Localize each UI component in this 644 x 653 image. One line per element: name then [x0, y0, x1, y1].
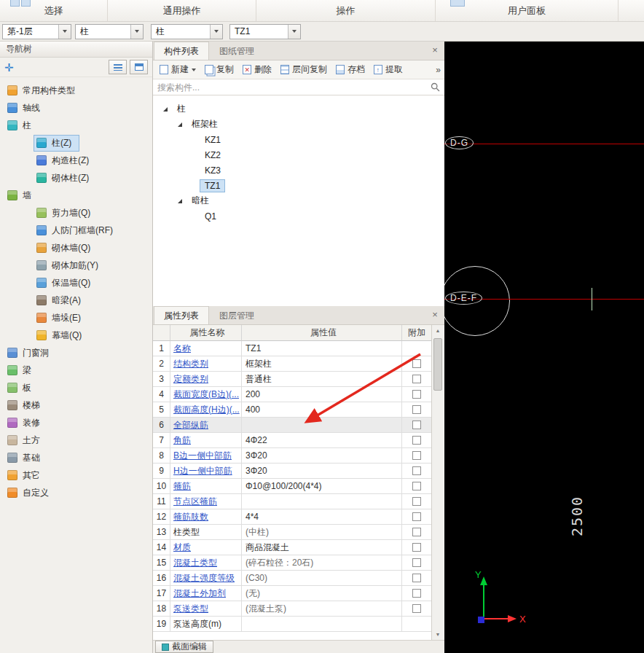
close-icon[interactable]: ×: [430, 310, 440, 320]
tree-node-kz1[interactable]: KZ1: [153, 132, 444, 147]
property-row[interactable]: 19泵送高度(m): [153, 617, 431, 632]
ribbon-group-ops[interactable]: 操作: [256, 0, 435, 21]
extra-checkbox[interactable]: [412, 512, 421, 521]
extra-checkbox[interactable]: [412, 558, 421, 567]
extra-checkbox[interactable]: [412, 405, 421, 414]
property-name[interactable]: 混凝土类型: [173, 557, 217, 569]
sidebar-item-curtain-wall[interactable]: 幕墙(Q): [0, 326, 152, 344]
tree-node-hidden-column[interactable]: 暗柱: [153, 193, 444, 208]
ribbon-icon-stub[interactable]: [450, 0, 465, 7]
property-name[interactable]: H边一侧中部筋: [173, 465, 232, 477]
section-edit-button[interactable]: 截面编辑: [155, 641, 213, 653]
chevron-down-icon[interactable]: [288, 25, 300, 39]
property-value[interactable]: [242, 617, 402, 632]
extra-checkbox[interactable]: [412, 375, 421, 383]
extra-checkbox[interactable]: [412, 589, 421, 598]
tab-component-list[interactable]: 构件列表: [154, 42, 209, 60]
property-row[interactable]: 10箍筋Φ10@100/200(4*4): [153, 479, 431, 494]
tree-node-frame-column[interactable]: 框架柱: [153, 117, 444, 132]
property-row[interactable]: 8B边一侧中部筋3Φ20: [153, 448, 431, 464]
property-name[interactable]: 角筋: [173, 434, 191, 447]
scroll-up-icon[interactable]: ▲: [432, 325, 444, 336]
component-select[interactable]: TZ1: [229, 24, 301, 39]
property-name[interactable]: 混凝土强度等级: [173, 572, 235, 584]
property-value[interactable]: 商品混凝土: [242, 540, 402, 555]
sidebar-item-decoration[interactable]: 装修: [0, 414, 152, 431]
property-value[interactable]: 普通柱: [242, 372, 402, 387]
extra-checkbox[interactable]: [412, 497, 421, 506]
property-name[interactable]: 截面宽度(B边)(...: [173, 388, 239, 401]
property-name[interactable]: 定额类别: [173, 373, 208, 386]
sidebar-item-masonry-column[interactable]: 砌体柱(Z): [0, 169, 152, 187]
tree-node-tz1[interactable]: TZ1: [153, 178, 444, 193]
panel-view-button[interactable]: [130, 60, 148, 74]
property-value[interactable]: 200: [242, 387, 402, 402]
property-name[interactable]: 结构类别: [173, 358, 208, 370]
property-row[interactable]: 14材质商品混凝土: [153, 540, 431, 555]
sidebar-item-masonry-reinforcement[interactable]: 砌体加筋(Y): [0, 257, 152, 274]
sidebar-item-masonry-wall[interactable]: 砌体墙(Q): [0, 239, 152, 257]
sidebar-item-shear-wall[interactable]: 剪力墙(Q): [0, 204, 152, 222]
extra-checkbox[interactable]: [412, 482, 421, 490]
new-button[interactable]: 新建: [156, 61, 200, 78]
property-name[interactable]: 全部纵筋: [173, 419, 208, 431]
property-value[interactable]: [242, 418, 402, 433]
sidebar-item-stairs[interactable]: 楼梯: [0, 396, 152, 414]
property-value[interactable]: (C30): [242, 571, 402, 586]
floor-select[interactable]: 第-1层: [2, 24, 71, 39]
tab-drawing-management[interactable]: 图纸管理: [209, 42, 264, 60]
property-row[interactable]: 7角筋4Φ22: [153, 433, 431, 448]
property-value[interactable]: Φ10@100/200(4*4): [242, 479, 402, 494]
tree-node-kz3[interactable]: KZ3: [153, 163, 444, 178]
property-name[interactable]: 柱类型: [173, 526, 200, 539]
archive-button[interactable]: 存档: [332, 61, 369, 78]
property-name[interactable]: 混凝土外加剂: [173, 587, 226, 600]
property-row[interactable]: 1名称TZ1: [153, 341, 431, 356]
sidebar-item-others[interactable]: 其它: [0, 466, 152, 484]
move-cross-icon[interactable]: ✛: [4, 62, 14, 73]
sidebar-item-axis[interactable]: 轴线: [0, 99, 152, 117]
property-row[interactable]: 3定额类别普通柱: [153, 372, 431, 387]
property-name[interactable]: 泵送高度(m): [173, 618, 221, 630]
property-row[interactable]: 11节点区箍筋: [153, 494, 431, 509]
extract-button[interactable]: 提取: [370, 61, 407, 78]
extra-checkbox[interactable]: [412, 421, 421, 429]
extra-checkbox[interactable]: [412, 574, 421, 582]
copy-between-floors-button[interactable]: 层间复制: [277, 61, 331, 78]
extra-checkbox[interactable]: [412, 390, 421, 399]
property-value[interactable]: 4*4: [242, 509, 402, 525]
expand-icon[interactable]: [178, 199, 182, 203]
extra-checkbox[interactable]: [412, 436, 421, 445]
ribbon-group-common-ops[interactable]: 通用操作: [108, 0, 256, 21]
tree-node-q1[interactable]: Q1: [153, 208, 444, 224]
sidebar-item-slab[interactable]: 板: [0, 379, 152, 396]
major-category-select[interactable]: 柱: [75, 24, 144, 39]
sidebar-item-wall-group[interactable]: 墙: [0, 187, 152, 204]
property-row[interactable]: 12箍筋肢数4*4: [153, 509, 431, 525]
property-row-selected[interactable]: 6全部纵筋: [153, 418, 431, 433]
sidebar-item-foundation[interactable]: 基础: [0, 449, 152, 466]
scrollbar-thumb[interactable]: [433, 338, 442, 391]
property-row[interactable]: 15混凝土类型(碎石粒径：20石): [153, 555, 431, 571]
property-name[interactable]: B边一侧中部筋: [173, 450, 232, 462]
property-row[interactable]: 17混凝土外加剂(无): [153, 586, 431, 601]
property-value[interactable]: 3Φ20: [242, 464, 402, 479]
property-name[interactable]: 截面高度(H边)(...: [173, 404, 240, 416]
property-row[interactable]: 2结构类别框架柱: [153, 356, 431, 372]
close-icon[interactable]: ×: [430, 45, 440, 55]
tree-node-kz2[interactable]: KZ2: [153, 147, 444, 163]
extra-checkbox[interactable]: [412, 528, 421, 536]
chevron-down-icon[interactable]: [58, 25, 71, 39]
property-name[interactable]: 箍筋: [173, 480, 191, 493]
property-row[interactable]: 16混凝土强度等级(C30): [153, 571, 431, 586]
sidebar-item-structural-column[interactable]: 构造柱(Z): [0, 152, 152, 169]
sidebar-item-earthwork[interactable]: 土方: [0, 431, 152, 449]
property-value[interactable]: 400: [242, 402, 402, 418]
property-row[interactable]: 18泵送类型(混凝土泵): [153, 601, 431, 617]
sidebar-item-openings[interactable]: 门窗洞: [0, 344, 152, 361]
scroll-down-icon[interactable]: ▼: [432, 629, 444, 640]
property-name[interactable]: 箍筋肢数: [173, 511, 208, 523]
property-name[interactable]: 名称: [173, 343, 191, 355]
property-row[interactable]: 13柱类型(中柱): [153, 525, 431, 540]
extra-checkbox[interactable]: [412, 466, 421, 475]
